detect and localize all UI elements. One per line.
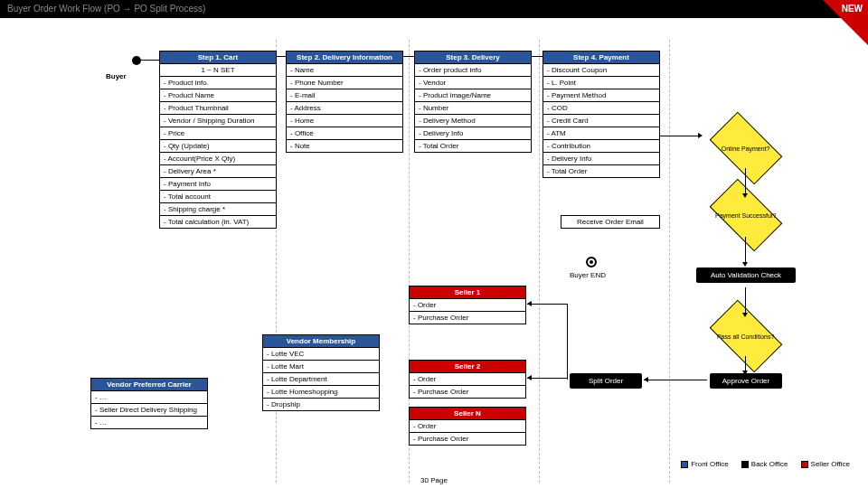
row: - L. Point [543,77,659,89]
legend-front-office: Front Office [681,460,729,468]
split-order-box: Split Order [570,373,642,389]
seller-head: Seller N [410,408,525,420]
row: - Product info. [160,77,276,89]
row: - Dropship [263,399,379,410]
block-head: Vendor Preferred Carrier [91,379,207,391]
row: - Number [415,102,531,115]
step3-delivery: Step 3. Delivery - Order product info - … [414,51,532,153]
legend: Front Office Back Office Seller Office [681,460,850,468]
row: - Order product info [415,64,531,77]
row: - Address [287,102,402,115]
row: - Delivery Method [415,115,531,127]
step-head: Step 3. Delivery [415,52,531,64]
seller-head: Seller 2 [410,361,525,373]
row: - Shipping charge * [160,203,276,216]
row: - Name [287,64,402,77]
row: - Office [287,127,402,140]
seller2-box: Seller 2 - Order - Purchase Order [409,360,526,399]
step2-delivery-info: Step 2. Delivery Information - Name - Ph… [286,51,403,153]
buyer-lane-label: Buyer [106,72,127,80]
row: - Order [410,420,525,433]
start-node [132,56,141,65]
row: - Product Thumbnail [160,102,276,115]
row: - Product Name [160,89,276,102]
row: - ATM [543,127,659,140]
legend-back-office: Back Office [741,460,788,468]
receive-order-email: Receive Order Email [561,215,660,229]
row: - Delivery Info [543,153,659,165]
decision-online-payment: Online Payment? [710,112,783,185]
row: - Lotte VEC [263,348,379,361]
seller-head: Seller 1 [410,286,525,299]
step-head: Step 2. Delivery Information [287,52,402,64]
row: - Qty (Update) [160,140,276,153]
vendor-membership: Vendor Membership - Lotte VEC - Lotte Ma… [262,334,380,411]
step-head: Step 4. Payment [543,52,659,64]
row: - Purchase Order [410,433,525,445]
row: - Vendor / Shipping Duration [160,115,276,127]
sellerN-box: Seller N - Order - Purchase Order [409,407,526,446]
row: - Discount Coupon [543,64,659,77]
row: - Order [410,373,525,386]
row: - COD [543,102,659,115]
row: - Order [410,299,525,312]
end-node [586,257,597,267]
row: - … [91,391,207,404]
row: - Lotte Mart [263,361,379,373]
block-head: Vendor Membership [263,335,379,348]
row: - Price [160,127,276,140]
auto-validation-box: Auto Validation Check [696,267,796,283]
step1-cart: Step 1. Cart 1 ~ N SET - Product info. -… [159,51,277,229]
row: - Account(Price X Qty) [160,153,276,165]
row: - Payment Method [543,89,659,102]
decision-pass-conditions: Pass all Conditions? [710,300,783,373]
row: - Delivery Info [415,127,531,140]
row: - Total Order [543,165,659,177]
row: - Seller Direct Delivery Shipping [91,404,207,417]
row: - Total calculation (in. VAT) [160,216,276,228]
row: - Payment Info [160,178,276,191]
end-label: Buyer END [570,271,606,279]
row: - Phone Number [287,77,402,89]
seller1-box: Seller 1 - Order - Purchase Order [409,286,526,324]
title-bar: Buyer Order Work Flow (PO → PO Split Pro… [0,0,868,18]
diagram-canvas: Buyer Step 1. Cart 1 ~ N SET - Product i… [0,18,868,488]
decision-payment-success: Payment Successful? [710,179,783,252]
row: - Total Order [415,140,531,152]
row: - Vendor [415,77,531,89]
page-number: 30 Page [420,476,448,484]
page-title: Buyer Order Work Flow (PO → PO Split Pro… [7,4,205,14]
row: - Lotte Homeshopping [263,386,379,399]
row: - Home [287,115,402,127]
row: - Delivery Area * [160,165,276,178]
step-sub: 1 ~ N SET [160,64,276,77]
row: - … [91,417,207,428]
step4-payment: Step 4. Payment - Discount Coupon - L. P… [542,51,660,178]
step-head: Step 1. Cart [160,52,276,64]
row: Receive Order Email [561,216,659,228]
row: - Product image/Name [415,89,531,102]
row: - Lotte Department [263,373,379,386]
row: - Purchase Order [410,312,525,324]
row: - Note [287,140,402,152]
row: - Purchase Order [410,386,525,398]
row: - Contribution [543,140,659,153]
row: - E-mail [287,89,402,102]
row: - Credit Card [543,115,659,127]
legend-seller-office: Seller Office [801,460,850,468]
vendor-preferred-carrier: Vendor Preferred Carrier - … - Seller Di… [90,378,208,429]
row: - Total account [160,191,276,203]
approve-order-box: Approve Order [710,373,782,389]
